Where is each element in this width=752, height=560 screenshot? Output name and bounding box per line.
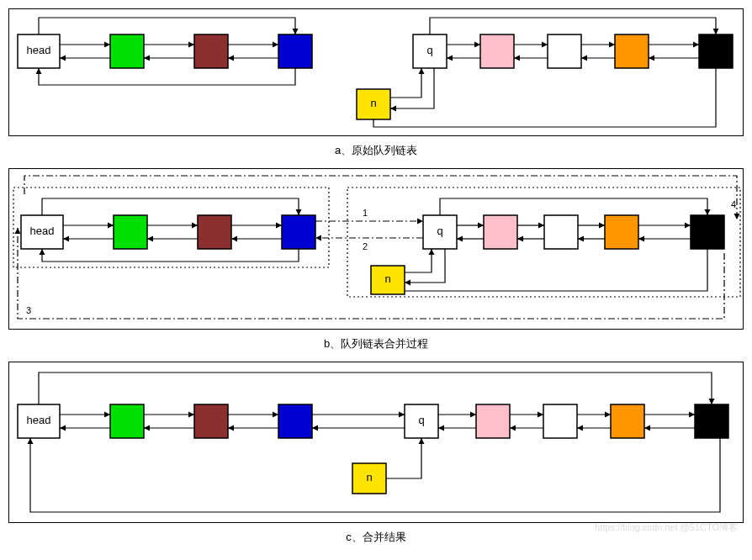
edge-label-2: 2 bbox=[363, 241, 368, 251]
node-brown-b bbox=[198, 215, 231, 249]
section-a: head bbox=[8, 8, 744, 136]
label-q-c: q bbox=[418, 414, 424, 426]
node-black-b bbox=[691, 215, 724, 249]
caption-a: a、原始队列链表 bbox=[8, 143, 744, 158]
label-n-b: n bbox=[384, 272, 390, 285]
node-brown-c bbox=[194, 404, 228, 438]
node-brown-a bbox=[194, 34, 228, 68]
list-right-b: q n bbox=[371, 198, 724, 294]
edge-label-4: 4 bbox=[731, 199, 736, 209]
label-n-a: n bbox=[370, 97, 376, 109]
node-white-c bbox=[543, 404, 577, 438]
node-blue-b bbox=[282, 215, 315, 249]
label-q-a: q bbox=[426, 44, 432, 56]
node-blue-a bbox=[278, 34, 312, 68]
edge-label-3: 3 bbox=[26, 305, 31, 315]
list-merged-c: head q bbox=[18, 372, 728, 512]
node-green-a bbox=[110, 34, 144, 68]
caption-b: b、队列链表合并过程 bbox=[8, 336, 744, 351]
label-head-b: head bbox=[30, 225, 55, 237]
node-black-a bbox=[699, 34, 733, 68]
list-left-b: head bbox=[21, 198, 315, 262]
node-pink-b bbox=[484, 215, 517, 249]
node-black-c bbox=[695, 404, 728, 438]
dashed-edge-4 bbox=[24, 176, 737, 219]
node-orange-c bbox=[611, 404, 644, 438]
node-green-b bbox=[114, 215, 147, 249]
section-c: head q bbox=[8, 362, 744, 523]
node-orange-a bbox=[615, 34, 649, 68]
merge-arrows: 1 2 bbox=[315, 208, 423, 251]
svg-a: head bbox=[9, 9, 743, 135]
loop-right-a bbox=[373, 68, 716, 127]
node-pink-c bbox=[476, 404, 510, 438]
section-b: 4 3 head bbox=[8, 168, 744, 330]
node-white-b bbox=[544, 215, 578, 249]
list-left-a: head bbox=[18, 18, 312, 85]
svg-b: 4 3 head bbox=[9, 169, 743, 329]
label-q-b: q bbox=[437, 225, 442, 237]
caption-c: c、合并结果 bbox=[8, 530, 744, 545]
label-n-c: n bbox=[366, 471, 372, 483]
loop-left-a bbox=[39, 68, 295, 85]
node-green-c bbox=[110, 404, 144, 438]
label-head-a: head bbox=[27, 44, 51, 56]
node-blue-c bbox=[278, 404, 312, 438]
diagram-root: head bbox=[8, 8, 744, 545]
node-orange-b bbox=[605, 215, 638, 249]
node-white-a bbox=[548, 34, 581, 68]
list-right-a: q bbox=[357, 18, 733, 127]
svg-c: head q bbox=[9, 362, 743, 522]
label-head-c: head bbox=[27, 414, 51, 426]
node-pink-a bbox=[480, 34, 514, 68]
edge-label-1: 1 bbox=[363, 208, 368, 218]
